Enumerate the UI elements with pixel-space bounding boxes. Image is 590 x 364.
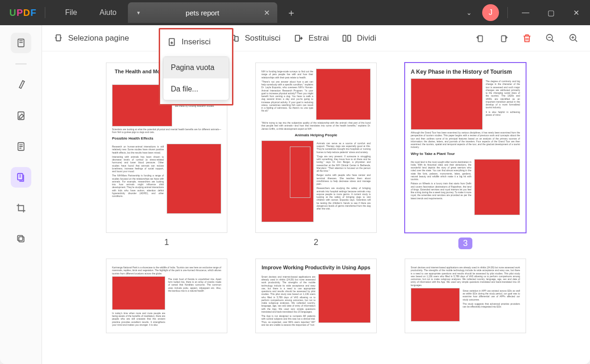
edit-page-icon: [16, 111, 26, 121]
page-image: [411, 288, 460, 322]
insert-page-icon: [167, 37, 177, 47]
zoom-out-button[interactable]: [545, 33, 555, 43]
svg-rect-13: [501, 35, 506, 42]
tab-menu-caret-icon[interactable]: ▼: [136, 10, 141, 15]
svg-rect-10: [343, 35, 346, 41]
svg-rect-6: [56, 35, 60, 41]
page-number: 1: [164, 238, 169, 247]
grid-row: The Health and Mood-Boosting Benefits of…: [65, 63, 567, 249]
dropdown-item-pagina-vuota[interactable]: Pagina vuota: [163, 57, 229, 78]
zoom-in-button[interactable]: [569, 33, 579, 43]
main-area: Seleziona pagine Sostituisci Estrai Divi…: [42, 25, 590, 364]
svg-rect-11: [348, 35, 351, 41]
close-tab-icon[interactable]: ✕: [264, 8, 270, 17]
titlebar-right: ⌄ J ― ▢ ✕: [466, 3, 585, 22]
zoom-in-icon: [569, 33, 579, 43]
page-image: [167, 144, 221, 214]
rotate-right-icon: [499, 33, 509, 43]
select-pages-icon: [53, 33, 63, 43]
page-subhead: Why to Take a Plant Tour: [411, 152, 520, 156]
split-icon: [342, 33, 352, 43]
sostituisci-button[interactable]: Sostituisci: [230, 33, 281, 43]
page-subhead: Possible Health Effects: [112, 136, 221, 141]
page-thumb-wrap: Kaziranga National Park is a showcase to…: [106, 259, 227, 333]
menu-aiuto[interactable]: Aiuto: [88, 8, 127, 17]
rail-page-tools-button[interactable]: [11, 136, 31, 157]
rotate-left-icon: [475, 33, 485, 43]
window-minimize-button[interactable]: ―: [516, 3, 535, 22]
trash-icon: [522, 33, 532, 43]
zoom-out-icon: [545, 33, 555, 43]
grid-row: Kaziranga National Park is a showcase to…: [65, 259, 567, 333]
page-icon: [16, 38, 26, 48]
svg-rect-12: [478, 35, 482, 42]
page-image: [474, 159, 520, 215]
stack-icon: [16, 234, 26, 244]
rail-crop-button[interactable]: [11, 198, 31, 218]
dropdown-item-da-file[interactable]: Da file...: [163, 78, 229, 100]
user-avatar[interactable]: J: [482, 4, 499, 21]
menu-file[interactable]: File: [54, 8, 88, 17]
workspace: Seleziona pagine Sostituisci Estrai Divi…: [0, 25, 590, 364]
page-thumbnail-3[interactable]: A Key Phase in the History of Tourism Th…: [405, 63, 526, 233]
page-lines-icon: [16, 141, 26, 152]
chevron-down-icon[interactable]: ⌄: [466, 9, 472, 16]
document-tab[interactable]: ▼ pets report ✕: [128, 2, 277, 23]
organize-toolbar: Seleziona pagine Sostituisci Estrai Divi…: [42, 25, 590, 51]
rail-view-button[interactable]: [11, 33, 31, 53]
crop-icon: [16, 203, 26, 213]
titlebar: UPDF File Aiuto ▼ pets report ✕ ＋ ⌄ J ― …: [0, 0, 590, 25]
inserisci-dropdown: Pagina vuota Da file...: [163, 56, 229, 100]
svg-rect-8: [235, 36, 238, 41]
inserisci-callout: Inserisci Pagina vuota Da file...: [159, 28, 233, 105]
rotate-left-button[interactable]: [475, 33, 485, 43]
svg-rect-5: [17, 236, 22, 241]
page-image: [261, 140, 314, 222]
page-thumbnail-5[interactable]: Improve Working Productivity in Using Ap…: [255, 259, 377, 333]
page-thumb-wrap: NIH is funding large-scale surveys to fi…: [255, 63, 377, 249]
window-maximize-button[interactable]: ▢: [541, 3, 560, 22]
new-tab-button[interactable]: ＋: [287, 7, 296, 19]
multi-page-icon: [16, 172, 26, 182]
page-thumbnail-6[interactable]: Smart devices and internet-based applica…: [405, 259, 526, 333]
page-thumb-wrap: A Key Phase in the History of Tourism Th…: [405, 63, 526, 249]
estrai-button[interactable]: Estrai: [294, 33, 329, 43]
window-close-button[interactable]: ✕: [567, 3, 585, 22]
app-logo: UPDF: [9, 7, 36, 18]
page-image: [411, 78, 483, 130]
seleziona-pagine-button[interactable]: Seleziona pagine: [53, 33, 129, 43]
rail-layers-button[interactable]: [11, 229, 31, 249]
page-grid[interactable]: The Health and Mood-Boosting Benefits of…: [42, 51, 590, 364]
separator: [507, 7, 508, 18]
pen-icon: [16, 80, 26, 90]
page-thumbnail-4[interactable]: Kaziranga National Park is a showcase to…: [106, 259, 227, 333]
rail-comment-button[interactable]: [11, 75, 31, 95]
rotate-right-button[interactable]: [499, 33, 509, 43]
svg-rect-9: [295, 35, 300, 41]
separator: [45, 7, 45, 18]
page-number: 2: [314, 238, 318, 247]
delete-page-button[interactable]: [522, 33, 532, 43]
extract-icon: [294, 33, 304, 43]
page-title: A Key Phase in the History of Tourism: [411, 69, 520, 76]
side-rail: [0, 25, 42, 364]
page-subhead: Animals Helping People: [261, 133, 371, 138]
svg-rect-4: [19, 237, 24, 242]
inserisci-button[interactable]: Inserisci: [160, 29, 232, 55]
page-thumb-wrap: Improve Working Productivity in Using Ap…: [255, 259, 377, 333]
dividi-button[interactable]: Dividi: [342, 33, 376, 43]
rail-edit-button[interactable]: [11, 105, 31, 126]
page-image: [112, 276, 165, 310]
page-thumbnail-2[interactable]: NIH is funding large-scale surveys to fi…: [255, 63, 377, 233]
rail-organize-pages-button[interactable]: [11, 167, 31, 188]
page-image: [318, 274, 371, 323]
page-image: [316, 69, 371, 120]
tab-title: pets report: [186, 9, 219, 17]
page-title: Improve Working Productivity in Using Ap…: [261, 265, 371, 271]
page-thumb-wrap: Smart devices and internet-based applica…: [405, 259, 526, 333]
page-number-selected: 3: [458, 238, 472, 249]
separator: [15, 63, 27, 64]
